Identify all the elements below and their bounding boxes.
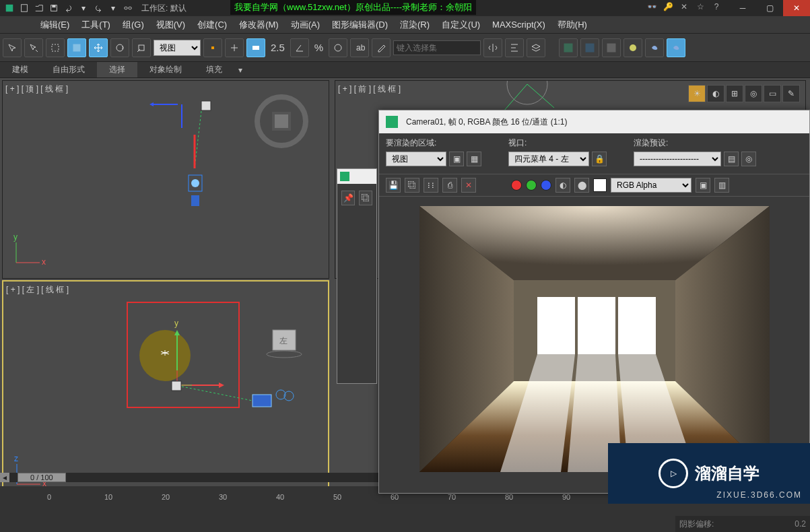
viewcube[interactable] <box>255 94 308 148</box>
menu-customize[interactable]: 自定义(U) <box>442 19 480 31</box>
slider-knob[interactable]: 0 / 100 <box>18 473 66 482</box>
hierarchy-icon[interactable]: ⊞ <box>726 85 743 102</box>
viewport-label[interactable]: [ + ] [ 前 ] [ 线 框 ] <box>338 84 401 95</box>
mirror-button[interactable] <box>483 38 502 57</box>
area-auto-icon[interactable]: ▦ <box>467 152 481 166</box>
secondary-panel[interactable]: 📌 ⿻ <box>337 168 377 384</box>
clone-icon[interactable]: ⫶⫶ <box>424 178 438 193</box>
preset-select[interactable]: ---------------------- <box>634 152 721 166</box>
select-window-button[interactable] <box>67 38 86 57</box>
snap-spinner[interactable]: 2.5 <box>268 42 288 53</box>
align-button[interactable] <box>505 38 524 57</box>
select-name-button[interactable] <box>24 38 43 57</box>
viewport-top[interactable]: [ + ] [ 顶 ] [ 线 框 ] yx <box>2 80 329 279</box>
dropdown-icon[interactable]: ▾ <box>106 1 120 15</box>
cross-icon[interactable]: ✕ <box>678 2 690 11</box>
bg-swatch[interactable] <box>593 178 607 192</box>
star-icon[interactable]: ☆ <box>694 2 706 11</box>
copy-icon[interactable]: ⿻ <box>359 191 372 205</box>
display-icon[interactable]: ▭ <box>764 85 781 102</box>
scale-button[interactable] <box>132 38 151 57</box>
select-object-button[interactable] <box>3 38 22 57</box>
wrench-icon[interactable]: ✎ <box>782 85 800 102</box>
preset-icon[interactable]: ▤ <box>724 152 739 166</box>
manipulate-button[interactable] <box>225 38 244 57</box>
clear-icon[interactable]: ✕ <box>461 178 476 193</box>
menu-render[interactable]: 渲染(R) <box>400 19 430 31</box>
ribbon-paint[interactable]: 对象绘制 <box>137 62 194 77</box>
menu-group[interactable]: 组(G) <box>123 19 144 31</box>
channel-select[interactable]: RGB Alpha <box>611 178 691 193</box>
ribbon-populate[interactable]: 填充 <box>194 62 234 77</box>
corner-value[interactable]: 0.2 <box>795 519 806 529</box>
viewport-label[interactable]: [ + ] [ 顶 ] [ 线 框 ] <box>5 84 68 95</box>
spinner-snap-button[interactable]: abc <box>350 38 369 57</box>
pivot-button[interactable] <box>203 38 222 57</box>
viewport-label[interactable]: [ + ] [ 左 ] [ 线 框 ] <box>6 284 69 296</box>
select-rect-button[interactable] <box>46 38 65 57</box>
binoculars-icon[interactable]: 👓 <box>646 2 658 11</box>
rotate-button[interactable] <box>110 38 129 57</box>
minimize-button[interactable]: ─ <box>729 0 756 16</box>
area-edit-icon[interactable]: ▣ <box>449 152 464 166</box>
menu-create[interactable]: 创建(C) <box>197 19 227 31</box>
menu-graph[interactable]: 图形编辑器(D) <box>332 19 388 31</box>
key-icon[interactable]: 🔑 <box>662 2 674 11</box>
move-button[interactable] <box>89 38 108 57</box>
layers-button[interactable] <box>527 38 545 57</box>
channel-red-icon[interactable] <box>511 180 522 191</box>
menu-modifiers[interactable]: 修改器(M) <box>239 19 279 31</box>
area-select[interactable]: 视图 <box>386 152 446 166</box>
shadow-icon[interactable]: ◐ <box>707 85 724 102</box>
render-output[interactable] <box>419 206 770 472</box>
render-frame-button[interactable] <box>645 38 664 57</box>
print-icon[interactable]: ⎙ <box>442 178 457 193</box>
ribbon-freeform[interactable]: 自由形式 <box>40 62 97 77</box>
snap-percent-button[interactable] <box>329 38 347 57</box>
target-icon[interactable]: ◎ <box>745 85 762 102</box>
save-image-icon[interactable]: 💾 <box>386 178 401 193</box>
menu-maxscript[interactable]: MAXScript(X) <box>492 20 545 30</box>
save-icon[interactable] <box>47 1 61 15</box>
split-icon[interactable]: ▥ <box>714 178 729 193</box>
schematic-button[interactable] <box>580 38 599 57</box>
undo-icon[interactable] <box>62 1 75 15</box>
render-button[interactable] <box>667 38 685 57</box>
ribbon-modeling[interactable]: 建模 <box>0 62 40 77</box>
maximize-button[interactable]: ▢ <box>756 0 783 16</box>
alpha-icon[interactable]: ◐ <box>555 178 570 193</box>
link-icon[interactable] <box>121 1 135 15</box>
new-icon[interactable] <box>18 1 31 15</box>
render-setup-button[interactable] <box>623 38 642 57</box>
edit-selset-button[interactable] <box>372 38 391 57</box>
curve-editor-button[interactable] <box>559 38 578 57</box>
copy-image-icon[interactable]: ⿻ <box>405 178 419 193</box>
menu-animation[interactable]: 动画(A) <box>291 19 320 31</box>
dropdown-icon[interactable]: ▾ <box>77 1 90 15</box>
snap-angle-button[interactable] <box>290 38 309 57</box>
redo-icon[interactable] <box>92 1 105 15</box>
help-icon[interactable]: ? <box>710 2 722 11</box>
overlay-icon[interactable]: ▣ <box>696 178 710 193</box>
ribbon-selection[interactable]: 选择 <box>97 62 137 77</box>
workspace-label[interactable]: 工作区: 默认 <box>141 3 187 14</box>
close-button[interactable]: ✕ <box>783 0 810 16</box>
menu-view[interactable]: 视图(V) <box>156 19 185 31</box>
menu-tools[interactable]: 工具(T) <box>81 19 110 31</box>
selection-set-input[interactable] <box>393 40 481 55</box>
viewport-select[interactable]: 四元菜单 4 - 左 <box>508 152 589 166</box>
preset-target-icon[interactable]: ◎ <box>741 152 756 166</box>
channel-green-icon[interactable] <box>526 180 537 191</box>
render-titlebar[interactable]: Camera01, 帧 0, RGBA 颜色 16 位/通道 (1:1) <box>379 110 809 133</box>
open-icon[interactable] <box>32 1 46 15</box>
menu-help[interactable]: 帮助(H) <box>558 19 587 31</box>
menu-edit[interactable]: 编辑(E) <box>40 19 69 31</box>
light-icon[interactable]: ☀ <box>688 85 706 102</box>
mono-icon[interactable]: ⬤ <box>574 178 589 193</box>
pin-icon[interactable]: 📌 <box>341 191 355 205</box>
slider-prev[interactable]: ◂ <box>0 473 9 482</box>
render-window[interactable]: Camera01, 帧 0, RGBA 颜色 16 位/通道 (1:1) 要渲染… <box>378 110 810 494</box>
lock-icon[interactable]: 🔒 <box>592 152 607 166</box>
keyboard-shortcut-button[interactable] <box>246 38 265 57</box>
channel-blue-icon[interactable] <box>541 180 551 191</box>
